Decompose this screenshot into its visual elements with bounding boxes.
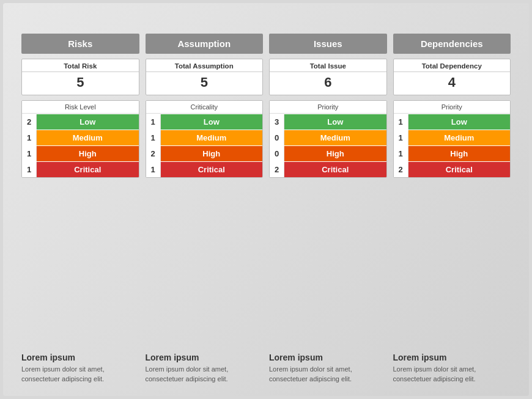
level-label-risks-low: Low	[37, 114, 139, 130]
level-row-issues-high: 0High	[270, 145, 386, 161]
level-row-risks-medium: 1Medium	[22, 130, 139, 145]
level-count-issues-critical: 2	[270, 162, 284, 177]
total-label-risks: Total Risk	[22, 59, 139, 72]
level-label-issues-high: High	[284, 146, 386, 161]
footer-text-1: Lorem ipsum dolor sit amet, consectetuer…	[146, 365, 264, 384]
level-count-assumption-low: 1	[146, 114, 161, 130]
col-assumption: AssumptionTotal Assumption5Criticality1L…	[146, 34, 264, 345]
level-label-dependencies-high: High	[408, 146, 511, 161]
level-row-dependencies-low: 1Low	[394, 114, 511, 130]
level-row-risks-high: 1High	[22, 145, 139, 161]
footer-section: Lorem ipsumLorem ipsum dolor sit amet, c…	[21, 353, 511, 384]
level-row-assumption-medium: 1Medium	[146, 130, 263, 145]
level-row-issues-medium: 0Medium	[270, 130, 386, 145]
level-header-risks: Risk Level	[22, 101, 139, 114]
col-dependencies: DependenciesTotal Dependency4Priority1Lo…	[393, 34, 511, 345]
level-table-dependencies: Priority1Low1Medium1High2Critical	[393, 100, 511, 178]
footer-title-1: Lorem ipsum	[146, 353, 264, 362]
level-label-risks-critical: Critical	[37, 162, 139, 177]
level-table-risks: Risk Level2Low1Medium1High1Critical	[21, 100, 139, 178]
level-table-issues: Priority3Low0Medium0High2Critical	[269, 100, 387, 178]
level-count-risks-high: 1	[22, 146, 37, 161]
total-box-issues: Total Issue6	[269, 59, 387, 95]
total-box-dependencies: Total Dependency4	[393, 59, 511, 95]
level-count-dependencies-high: 1	[394, 146, 408, 161]
level-label-risks-medium: Medium	[37, 130, 139, 145]
level-table-assumption: Criticality1Low1Medium2High1Critical	[146, 100, 264, 178]
footer-text-0: Lorem ipsum dolor sit amet, consectetuer…	[21, 365, 139, 384]
level-label-dependencies-medium: Medium	[408, 130, 511, 145]
level-row-issues-low: 3Low	[270, 114, 386, 130]
level-label-assumption-low: Low	[161, 114, 263, 130]
total-box-risks: Total Risk5	[21, 59, 139, 95]
level-row-risks-critical: 1Critical	[22, 161, 139, 177]
level-row-assumption-high: 2High	[146, 145, 263, 161]
footer-col-3: Lorem ipsumLorem ipsum dolor sit amet, c…	[393, 353, 511, 384]
level-label-risks-high: High	[37, 146, 139, 161]
col-issues: IssuesTotal Issue6Priority3Low0Medium0Hi…	[269, 34, 387, 345]
total-value-issues: 6	[270, 72, 386, 95]
level-label-assumption-medium: Medium	[161, 130, 263, 145]
total-value-dependencies: 4	[394, 72, 511, 95]
level-row-dependencies-critical: 2Critical	[394, 161, 511, 177]
total-value-assumption: 5	[146, 72, 263, 95]
level-count-assumption-high: 2	[146, 146, 161, 161]
footer-title-2: Lorem ipsum	[269, 353, 387, 362]
total-box-assumption: Total Assumption5	[146, 59, 264, 95]
level-count-dependencies-low: 1	[394, 114, 408, 130]
footer-col-1: Lorem ipsumLorem ipsum dolor sit amet, c…	[146, 353, 264, 384]
level-row-assumption-critical: 1Critical	[146, 161, 263, 177]
level-label-issues-low: Low	[284, 114, 386, 130]
level-row-dependencies-medium: 1Medium	[394, 130, 511, 145]
columns-container: RisksTotal Risk5Risk Level2Low1Medium1Hi…	[21, 34, 511, 345]
total-label-dependencies: Total Dependency	[394, 59, 511, 72]
level-header-issues: Priority	[270, 101, 386, 114]
level-header-dependencies: Priority	[394, 101, 511, 114]
col-header-issues: Issues	[269, 34, 387, 54]
level-row-risks-low: 2Low	[22, 114, 139, 130]
col-header-assumption: Assumption	[146, 34, 264, 54]
level-count-issues-medium: 0	[270, 130, 284, 145]
footer-title-0: Lorem ipsum	[21, 353, 139, 362]
footer-text-3: Lorem ipsum dolor sit amet, consectetuer…	[393, 365, 511, 384]
level-count-dependencies-medium: 1	[394, 130, 408, 145]
slide: RisksTotal Risk5Risk Level2Low1Medium1Hi…	[3, 3, 529, 396]
footer-col-0: Lorem ipsumLorem ipsum dolor sit amet, c…	[21, 353, 139, 384]
level-label-dependencies-critical: Critical	[408, 162, 511, 177]
level-count-assumption-critical: 1	[146, 162, 161, 177]
col-header-risks: Risks	[21, 34, 139, 54]
level-count-issues-high: 0	[270, 146, 284, 161]
level-count-dependencies-critical: 2	[394, 162, 408, 177]
footer-text-2: Lorem ipsum dolor sit amet, consectetuer…	[269, 365, 387, 384]
total-label-assumption: Total Assumption	[146, 59, 263, 72]
level-label-assumption-high: High	[161, 146, 263, 161]
col-header-dependencies: Dependencies	[393, 34, 511, 54]
total-value-risks: 5	[22, 72, 139, 95]
level-count-assumption-medium: 1	[146, 130, 161, 145]
level-label-issues-critical: Critical	[284, 162, 386, 177]
level-label-assumption-critical: Critical	[161, 162, 263, 177]
level-count-risks-critical: 1	[22, 162, 37, 177]
level-count-risks-low: 2	[22, 114, 37, 130]
total-label-issues: Total Issue	[270, 59, 386, 72]
level-row-dependencies-high: 1High	[394, 145, 511, 161]
level-count-issues-low: 3	[270, 114, 284, 130]
level-row-assumption-low: 1Low	[146, 114, 263, 130]
level-row-issues-critical: 2Critical	[270, 161, 386, 177]
level-count-risks-medium: 1	[22, 130, 37, 145]
level-label-issues-medium: Medium	[284, 130, 386, 145]
level-header-assumption: Criticality	[146, 101, 263, 114]
footer-title-3: Lorem ipsum	[393, 353, 511, 362]
footer-col-2: Lorem ipsumLorem ipsum dolor sit amet, c…	[269, 353, 387, 384]
col-risks: RisksTotal Risk5Risk Level2Low1Medium1Hi…	[21, 34, 139, 345]
level-label-dependencies-low: Low	[408, 114, 511, 130]
